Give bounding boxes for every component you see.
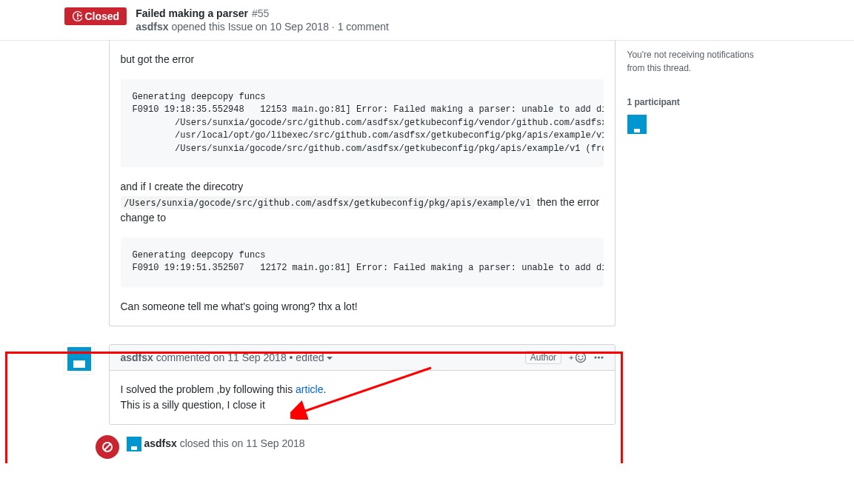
comment-header: asdfsx commented on 11 Sep 2018 • edited… — [110, 345, 615, 371]
smiley-icon — [575, 352, 587, 363]
svg-point-6 — [598, 356, 600, 358]
caret-down-icon — [327, 357, 333, 360]
close-event: asdfsx closed this on 11 Sep 2018 — [64, 425, 616, 463]
closed-event-badge — [96, 435, 119, 459]
article-link[interactable]: article — [296, 383, 323, 395]
issue-sticky-header: Closed Failed making a parser #55 asdfsx… — [0, 0, 854, 41]
issue-meta-date: on 10 Sep 2018 — [256, 21, 329, 33]
issue-closed-icon — [72, 10, 82, 22]
sidebar: You're not receiving notifications from … — [627, 41, 790, 463]
comment-text: and if I create the direcotry /Users/sun… — [121, 179, 604, 226]
svg-point-3 — [578, 355, 579, 357]
event-date-link[interactable]: on 11 Sep 2018 — [232, 437, 305, 448]
code-block[interactable]: Generating deepcopy funcs F0910 19:19:51… — [121, 238, 604, 287]
avatar[interactable] — [64, 344, 94, 374]
code-block[interactable]: Generating deepcopy funcs F0910 19:18:35… — [121, 79, 604, 167]
circle-slash-icon — [101, 441, 113, 453]
issue-state-badge: Closed — [64, 7, 127, 25]
svg-point-7 — [601, 356, 603, 358]
notification-status: You're not receiving notifications from … — [627, 48, 790, 75]
author-label: Author — [525, 351, 561, 364]
kebab-icon — [594, 356, 604, 359]
edited-dropdown[interactable]: edited — [296, 352, 333, 363]
comment-action: commented — [156, 352, 210, 363]
issue-meta-action: opened this Issue — [171, 21, 253, 33]
issue-title: Failed making a parser — [136, 7, 248, 19]
comment-text: but got the error — [121, 52, 604, 67]
svg-point-2 — [576, 352, 585, 362]
first-comment: but got the error Generating deepcopy fu… — [64, 41, 616, 326]
participants-section: 1 participant — [627, 97, 790, 134]
second-comment: asdfsx commented on 11 Sep 2018 • edited… — [64, 344, 616, 425]
add-reaction-button[interactable]: + — [569, 352, 586, 363]
svg-point-5 — [594, 356, 596, 358]
inline-code: /Users/sunxia/gocode/src/github.com/asdf… — [121, 196, 535, 210]
comment-text: I solved the problem ,by following this … — [121, 382, 604, 413]
issue-meta: asdfsx opened this Issue on 10 Sep 2018 … — [136, 21, 790, 33]
svg-point-4 — [581, 355, 583, 357]
issue-title-row: Failed making a parser #55 — [136, 7, 790, 19]
svg-line-9 — [104, 444, 110, 450]
participants-label: 1 participant — [627, 97, 790, 107]
issue-author-link[interactable]: asdfsx — [136, 21, 168, 33]
avatar-small[interactable] — [127, 437, 141, 451]
issue-meta-comments: 1 comment — [338, 21, 389, 33]
participant-avatar[interactable] — [627, 115, 647, 134]
comment-author-link[interactable]: asdfsx — [121, 352, 153, 363]
comment-text: Can someone tell me what's going wrong? … — [121, 299, 604, 315]
issue-number: #55 — [252, 7, 269, 19]
event-action: closed this — [180, 437, 229, 448]
event-author-link[interactable]: asdfsx — [144, 437, 176, 448]
comment-menu-button[interactable] — [594, 356, 604, 359]
comment-date-link[interactable]: on 11 Sep 2018 — [213, 352, 287, 363]
state-label: Closed — [85, 10, 120, 22]
